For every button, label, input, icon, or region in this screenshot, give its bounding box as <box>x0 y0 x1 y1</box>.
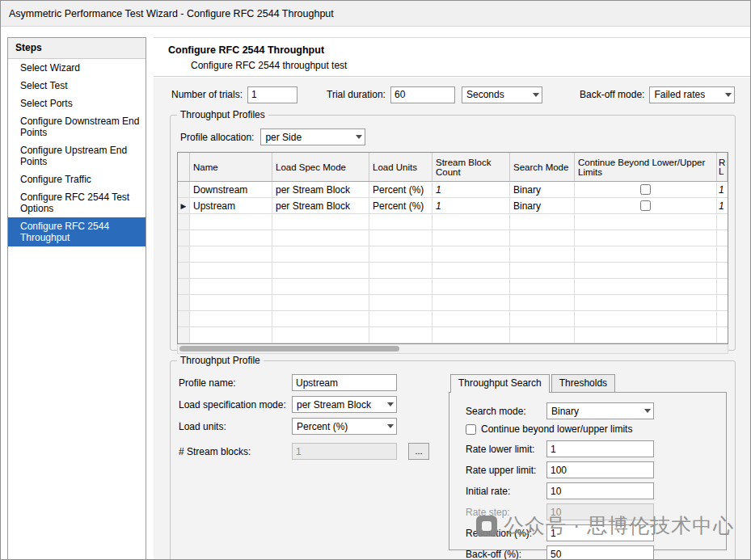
page-title: Configure RFC 2544 Throughput <box>168 44 737 56</box>
cell-rate-lower[interactable]: 1 <box>717 198 728 213</box>
table-row-empty[interactable] <box>178 295 728 311</box>
profile-name-input[interactable] <box>292 374 397 391</box>
step-configure-downstream-end-points[interactable]: Configure Downstream End Points <box>8 112 146 141</box>
table-cell-empty <box>575 327 717 343</box>
continue-beyond-limits-checkbox[interactable] <box>466 424 476 435</box>
continue-beyond-checkbox[interactable] <box>640 184 651 195</box>
trial-duration-input[interactable] <box>390 86 455 103</box>
step-configure-traffic[interactable]: Configure Traffic <box>8 171 146 188</box>
main-panel: Configure RFC 2544 Throughput Configure … <box>154 37 751 560</box>
col-continue-beyond-limits[interactable]: Continue Beyond Lower/Upper Limits <box>575 153 717 181</box>
step-configure-upstream-end-points[interactable]: Configure Upstream End Points <box>8 141 146 171</box>
cell-rate-lower[interactable]: 1 <box>717 182 728 197</box>
load-spec-mode-select[interactable]: per Stream Block <box>292 396 397 413</box>
row-selector <box>178 263 190 278</box>
table-cell-empty <box>432 230 510 246</box>
col-stream-block-count[interactable]: Stream Block Count <box>432 153 510 181</box>
number-of-trials-input[interactable] <box>247 86 297 103</box>
table-cell-empty <box>369 295 432 310</box>
table-cell-empty <box>432 295 510 310</box>
window-title: Asymmetric Performance Test Wizard - Con… <box>9 8 334 19</box>
trial-settings-row: Number of trials: Trial duration: Second… <box>171 86 736 103</box>
table-row-empty[interactable] <box>178 214 728 230</box>
cell-search-mode[interactable]: Binary <box>510 198 575 213</box>
table-row-empty[interactable] <box>178 311 728 327</box>
table-cell-empty <box>369 311 432 326</box>
stream-blocks-browse-button[interactable]: ... <box>408 443 429 460</box>
trial-duration-unit-select[interactable]: Seconds <box>462 86 542 103</box>
current-row-indicator[interactable]: ▶ <box>178 198 190 213</box>
row-selector <box>178 246 190 262</box>
table-row-downstream[interactable]: Downstream per Stream Block Percent (%) … <box>178 182 728 198</box>
table-row-empty[interactable] <box>178 230 728 246</box>
backoff-percent-input[interactable] <box>546 545 654 560</box>
table-cell-empty <box>717 214 728 229</box>
backoff-mode-label: Back-off mode: <box>580 89 644 100</box>
table-row-upstream[interactable]: ▶ Upstream per Stream Block Percent (%) … <box>178 198 728 214</box>
col-search-mode[interactable]: Search Mode <box>510 153 575 181</box>
tab-thresholds[interactable]: Thresholds <box>551 374 615 392</box>
table-row-empty[interactable] <box>178 279 728 295</box>
rate-lower-limit-input[interactable] <box>546 440 654 457</box>
table-cell-empty <box>717 246 728 262</box>
cell-load-spec-mode[interactable]: per Stream Block <box>272 182 369 197</box>
cell-name[interactable]: Downstream <box>190 182 272 197</box>
tab-throughput-search[interactable]: Throughput Search <box>450 374 550 393</box>
step-select-wizard[interactable]: Select Wizard <box>8 59 146 77</box>
step-configure-rfc2544-test-options[interactable]: Configure RFC 2544 Test Options <box>8 188 146 217</box>
cell-load-units[interactable]: Percent (%) <box>369 198 432 213</box>
row-selector <box>178 279 190 294</box>
col-load-spec-mode[interactable]: Load Spec Mode <box>272 153 369 181</box>
row-selector[interactable] <box>178 182 190 197</box>
continue-beyond-checkbox[interactable] <box>640 200 651 211</box>
table-cell-empty <box>432 214 510 229</box>
col-load-units[interactable]: Load Units <box>369 153 432 181</box>
continue-beyond-limits-label: Continue beyond lower/upper limits <box>481 423 632 435</box>
steps-panel: Steps Select Wizard Select Test Select P… <box>7 37 146 560</box>
tabstrip: Throughput Search Thresholds <box>450 374 727 392</box>
cell-name[interactable]: Upstream <box>190 198 272 213</box>
dropdown-arrow-icon <box>356 135 362 139</box>
page-header: Configure RFC 2544 Throughput Configure … <box>154 38 751 76</box>
cell-stream-block-count[interactable]: 1 <box>432 198 510 213</box>
row-selector <box>178 295 190 310</box>
col-name[interactable]: Name <box>190 153 272 181</box>
throughput-profiles-group: Throughput Profiles Profile allocation: … <box>170 115 736 351</box>
table-row-empty[interactable] <box>178 246 728 263</box>
table-cell-empty <box>272 246 369 262</box>
stream-blocks-input[interactable] <box>292 443 397 460</box>
dropdown-arrow-icon <box>533 93 539 97</box>
number-of-trials-label: Number of trials: <box>171 89 243 100</box>
col-rate-lower-partial[interactable]: R L <box>717 153 728 181</box>
table-cell-empty <box>717 263 728 278</box>
table-row-empty[interactable] <box>178 327 728 343</box>
table-cell-empty <box>510 263 575 278</box>
table-cell-empty <box>190 214 272 229</box>
table-cell-empty <box>510 311 575 326</box>
steps-header: Steps <box>8 38 146 59</box>
table-cell-empty <box>369 230 432 246</box>
profile-allocation-select[interactable]: per Side <box>260 128 365 145</box>
step-select-test[interactable]: Select Test <box>8 77 146 95</box>
step-select-ports[interactable]: Select Ports <box>8 95 146 112</box>
cell-stream-block-count[interactable]: 1 <box>432 182 510 197</box>
horizontal-scrollbar-thumb[interactable] <box>179 346 399 352</box>
resolution-input[interactable] <box>546 524 654 541</box>
cell-load-spec-mode[interactable]: per Stream Block <box>272 198 369 213</box>
table-cell-empty <box>717 311 728 326</box>
load-units-select[interactable]: Percent (%) <box>292 418 397 435</box>
table-cell-empty <box>575 311 717 326</box>
step-configure-rfc2544-throughput[interactable]: Configure RFC 2544 Throughput <box>8 217 146 246</box>
horizontal-scrollbar[interactable] <box>177 344 728 354</box>
rate-upper-limit-label: Rate upper limit: <box>466 465 546 476</box>
search-mode-select[interactable]: Binary <box>546 402 654 419</box>
rate-upper-limit-input[interactable] <box>546 461 654 478</box>
backoff-mode-select[interactable]: Failed rates <box>649 86 735 103</box>
cell-search-mode[interactable]: Binary <box>510 182 575 197</box>
initial-rate-input[interactable] <box>546 482 654 499</box>
profile-fields: Profile name: Load specification mode: p… <box>179 374 439 550</box>
backoff-percent-label: Back-off (%): <box>466 549 546 560</box>
table-cell-empty <box>272 214 369 229</box>
table-row-empty[interactable] <box>178 263 728 279</box>
cell-load-units[interactable]: Percent (%) <box>369 182 432 197</box>
